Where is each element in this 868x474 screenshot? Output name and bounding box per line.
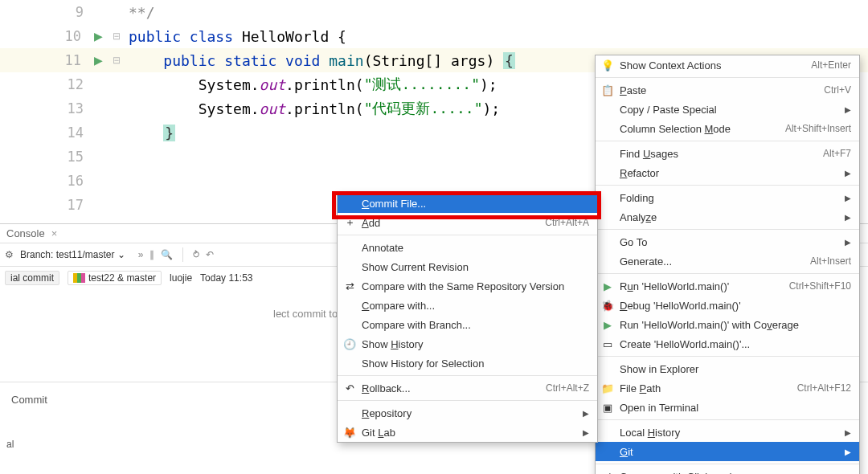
branch-selector[interactable]: Branch: test11/master ⌄: [20, 249, 125, 260]
separator: [182, 247, 183, 262]
branch-tag: test22 & master: [68, 271, 162, 285]
run-icon[interactable]: ▶: [94, 30, 103, 43]
gear-icon[interactable]: ⚙: [5, 249, 14, 260]
close-icon[interactable]: ×: [51, 227, 58, 239]
menu-item[interactable]: 💡Show Context ActionsAlt+Enter: [596, 55, 859, 75]
menu-item[interactable]: ⇄Compare with the Same Repository Versio…: [338, 276, 597, 296]
menu-item[interactable]: Generate...Alt+Insert: [596, 251, 859, 271]
menu-item[interactable]: Show in Explorer: [596, 359, 859, 378]
menu-item[interactable]: Compare with Branch...: [338, 315, 597, 334]
menu-item[interactable]: Show Current Revision: [338, 257, 597, 276]
menu-item[interactable]: Column Selection ModeAlt+Shift+Insert: [596, 119, 859, 138]
menu-item[interactable]: Repository▶: [338, 403, 597, 423]
commit-time: Today 11:53: [200, 272, 252, 284]
menu-item[interactable]: ↶Rollback...Ctrl+Alt+Z: [338, 378, 597, 398]
menu-item[interactable]: ⇄Compare with Clipboard: [596, 467, 859, 474]
menu-item[interactable]: Local History▶: [596, 423, 859, 442]
menu-item[interactable]: 🐞Debug 'HelloWorld.main()': [596, 296, 859, 315]
menu-item[interactable]: 🦊Git Lab▶: [338, 423, 597, 442]
git-submenu[interactable]: Commit File...＋AddCtrl+Alt+AAnnotateShow…: [337, 193, 598, 443]
menu-item[interactable]: Show History for Selection: [338, 353, 597, 373]
menu-item[interactable]: ▣Open in Terminal: [596, 398, 859, 417]
menu-item[interactable]: Commit File...: [338, 194, 597, 213]
menu-item[interactable]: 🕘Show History: [338, 334, 597, 353]
menu-item[interactable]: Analyze▶: [596, 207, 859, 227]
menu-item[interactable]: 📋PasteCtrl+V: [596, 80, 859, 100]
menu-item[interactable]: Folding▶: [596, 188, 859, 207]
menu-item[interactable]: Compare with...: [338, 296, 597, 315]
undo-icon[interactable]: ↶: [206, 249, 214, 260]
bottom-tab[interactable]: al: [0, 435, 20, 455]
more-icon[interactable]: »: [138, 249, 144, 260]
menu-item[interactable]: Annotate: [338, 238, 597, 257]
commit-tag: ial commit: [5, 271, 59, 285]
menu-item[interactable]: ▶Run 'HelloWorld.main()'Ctrl+Shift+F10: [596, 276, 859, 296]
cherry-pick-icon[interactable]: ⥁: [193, 249, 199, 260]
menu-item[interactable]: ＋AddCtrl+Alt+A: [338, 213, 597, 232]
pause-icon[interactable]: ∥: [149, 249, 154, 260]
context-menu[interactable]: 💡Show Context ActionsAlt+Enter📋PasteCtrl…: [595, 55, 860, 474]
commit-author: luojie: [170, 272, 192, 284]
menu-item[interactable]: Find UsagesAlt+F7: [596, 144, 859, 163]
menu-item[interactable]: 📁File PathCtrl+Alt+F12: [596, 378, 859, 398]
menu-item[interactable]: Git▶: [596, 442, 859, 461]
menu-item[interactable]: Copy / Paste Special▶: [596, 100, 859, 119]
menu-item[interactable]: Go To▶: [596, 232, 859, 251]
branch-color-icon: [73, 273, 85, 283]
menu-item[interactable]: ▶Run 'HelloWorld.main()' with Coverage: [596, 315, 859, 334]
menu-item[interactable]: ▭Create 'HelloWorld.main()'...: [596, 334, 859, 353]
search-icon[interactable]: 🔍: [161, 249, 173, 260]
console-tab-label: Console: [6, 227, 45, 239]
menu-item[interactable]: Refactor▶: [596, 163, 859, 182]
run-icon[interactable]: ▶: [94, 54, 103, 67]
select-commit-hint: lect commit to: [273, 308, 338, 320]
